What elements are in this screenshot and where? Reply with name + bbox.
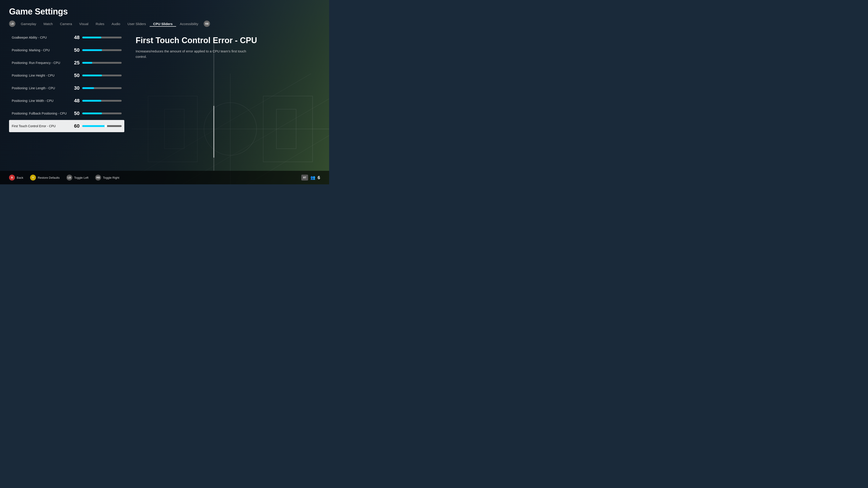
- slider-label-positioning-fullback: Positioning: Fullback Positioning - CPU: [12, 111, 68, 115]
- slider-label-first-touch: First Touch Control Error - CPU: [12, 124, 68, 128]
- back-action[interactable]: B Back: [9, 175, 23, 181]
- tab-rules[interactable]: Rules: [92, 21, 108, 27]
- slider-fill-positioning-marking: [82, 49, 102, 51]
- slider-label-positioning-run-freq: Positioning: Run Frequency - CPU: [12, 61, 68, 65]
- b-button-icon: B: [9, 175, 15, 181]
- slider-track-positioning-run-freq[interactable]: [82, 62, 122, 64]
- slider-row-positioning-fullback[interactable]: Positioning: Fullback Positioning - CPU5…: [9, 107, 124, 120]
- rb-button-icon-bottom: RB: [95, 175, 101, 181]
- slider-value-positioning-fullback: 50: [68, 110, 80, 116]
- slider-value-positioning-marking: 50: [68, 47, 80, 53]
- lb-button-icon: LB: [66, 175, 72, 181]
- toggle-left-label: Toggle Left: [74, 176, 89, 180]
- tab-user-sliders[interactable]: User Sliders: [124, 21, 150, 27]
- y-button-icon: Y: [30, 175, 36, 181]
- players-icon: 👥: [310, 175, 315, 180]
- slider-row-positioning-marking[interactable]: Positioning: Marking - CPU50: [9, 44, 124, 56]
- slider-row-first-touch[interactable]: First Touch Control Error - CPU60: [9, 120, 124, 132]
- scroll-indicator: [213, 41, 214, 171]
- restore-label: Restore Defaults: [38, 176, 60, 180]
- slider-value-positioning-line-width: 48: [68, 98, 80, 104]
- slider-row-positioning-run-freq[interactable]: Positioning: Run Frequency - CPU25: [9, 57, 124, 69]
- toggle-left-action[interactable]: LB Toggle Left: [66, 175, 89, 181]
- slider-label-positioning-marking: Positioning: Marking - CPU: [12, 48, 68, 52]
- tab-gameplay[interactable]: Gameplay: [17, 21, 40, 27]
- sliders-panel: Goalkeeper Ability - CPU48Positioning: M…: [9, 31, 127, 184]
- description-panel: First Touch Control Error - CPU Increase…: [127, 31, 320, 184]
- restore-action[interactable]: Y Restore Defaults: [30, 175, 60, 181]
- slider-label-positioning-line-width: Positioning: Line Width - CPU: [12, 99, 68, 103]
- slider-value-gk-ability: 48: [68, 35, 80, 40]
- slider-value-positioning-line-height: 50: [68, 72, 80, 78]
- slider-row-positioning-line-width[interactable]: Positioning: Line Width - CPU48: [9, 95, 124, 107]
- description-title: First Touch Control Error - CPU: [135, 36, 311, 45]
- tab-accessibility[interactable]: Accessibility: [176, 21, 202, 27]
- slider-value-positioning-run-freq: 25: [68, 60, 80, 66]
- slider-fill-positioning-run-freq: [82, 62, 92, 64]
- tab-camera[interactable]: Camera: [56, 21, 75, 27]
- back-label: Back: [17, 176, 23, 180]
- slider-fill-positioning-line-length: [82, 87, 94, 89]
- slider-track-positioning-line-width[interactable]: [82, 100, 122, 102]
- bottom-right: RT 👥 6: [301, 175, 320, 181]
- slider-fill-positioning-fullback: [82, 112, 102, 114]
- slider-label-positioning-line-length: Positioning: Line Length - CPU: [12, 86, 68, 90]
- tab-cpu-sliders[interactable]: CPU Sliders: [150, 21, 176, 27]
- slider-label-positioning-line-height: Positioning: Line Height - CPU: [12, 74, 68, 77]
- slider-track-positioning-marking[interactable]: [82, 49, 122, 51]
- rt-button-icon: RT: [301, 175, 308, 181]
- toggle-right-action[interactable]: RB Toggle Right: [95, 175, 119, 181]
- tab-visual[interactable]: Visual: [76, 21, 92, 27]
- toggle-right-label: Toggle Right: [103, 176, 119, 180]
- slider-fill-positioning-line-height: [82, 74, 102, 76]
- slider-row-gk-ability[interactable]: Goalkeeper Ability - CPU48: [9, 31, 124, 43]
- slider-label-gk-ability: Goalkeeper Ability - CPU: [12, 36, 68, 39]
- slider-track-positioning-fullback[interactable]: [82, 112, 122, 114]
- slider-fill-positioning-line-width: [82, 100, 101, 102]
- slider-track-first-touch[interactable]: [82, 125, 122, 127]
- slider-value-first-touch: 60: [68, 123, 80, 129]
- slider-value-positioning-line-length: 30: [68, 85, 80, 91]
- description-text: Increases/reduces the amount of error ap…: [135, 48, 249, 59]
- tab-audio[interactable]: Audio: [108, 21, 124, 27]
- tab-match[interactable]: Match: [40, 21, 56, 27]
- slider-track-gk-ability[interactable]: [82, 37, 122, 38]
- scroll-thumb: [213, 106, 214, 158]
- rb-button[interactable]: RB: [204, 21, 210, 27]
- lb-button[interactable]: LB: [9, 21, 16, 27]
- page-title: Game Settings: [9, 7, 320, 17]
- slider-fill-first-touch: [82, 125, 106, 127]
- slider-row-positioning-line-height[interactable]: Positioning: Line Height - CPU50: [9, 69, 124, 82]
- slider-track-positioning-line-height[interactable]: [82, 74, 122, 76]
- slider-fill-gk-ability: [82, 37, 101, 38]
- player-count: 6: [318, 175, 320, 180]
- slider-row-positioning-line-length[interactable]: Positioning: Line Length - CPU30: [9, 82, 124, 94]
- bottom-bar: B Back Y Restore Defaults LB Toggle Left…: [0, 171, 329, 184]
- slider-track-positioning-line-length[interactable]: [82, 87, 122, 89]
- nav-tabs: LB Gameplay Match Camera Visual Rules Au…: [9, 21, 320, 27]
